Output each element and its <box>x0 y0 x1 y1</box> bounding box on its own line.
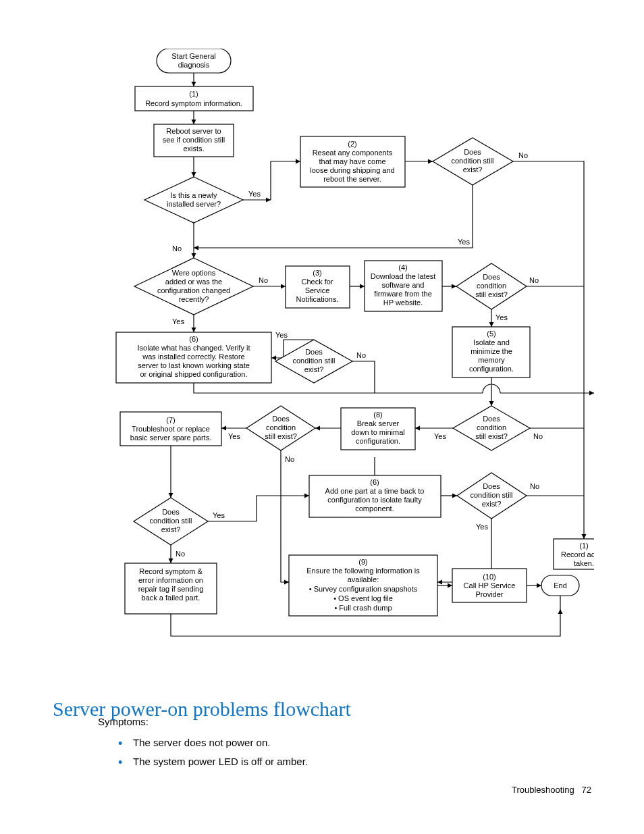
svg-text:No: No <box>518 151 528 159</box>
symptom-item: The system power LED is off or amber. <box>118 754 308 770</box>
page-footer: Troubleshooting 72 <box>512 785 591 795</box>
svg-text:• OS event log file: • OS event log file <box>333 594 393 602</box>
svg-text:No: No <box>259 276 268 284</box>
svg-text:Is this a newlyinstalled serve: Is this a newlyinstalled server? <box>167 191 221 208</box>
svg-text:• Full crash dump: • Full crash dump <box>334 604 392 612</box>
footer-section: Troubleshooting <box>512 785 574 795</box>
svg-text:Yes: Yes <box>434 432 446 440</box>
svg-text:No: No <box>530 482 539 490</box>
svg-text:No: No <box>172 244 182 253</box>
symptoms-label: Symptoms: <box>98 714 308 730</box>
footer-page: 72 <box>582 785 591 795</box>
svg-text:Yes: Yes <box>458 238 470 246</box>
svg-text:No: No <box>285 455 294 463</box>
svg-text:Yes: Yes <box>275 331 288 339</box>
svg-text:Yes: Yes <box>228 432 240 440</box>
symptom-item: The server does not power on. <box>118 735 308 751</box>
svg-text:Start Generaldiagnosis: Start Generaldiagnosis <box>171 52 215 69</box>
flowchart-diagram: Start Generaldiagnosis (1)Record symptom… <box>108 49 594 663</box>
svg-text:No: No <box>533 432 543 440</box>
svg-text:No: No <box>529 276 539 284</box>
svg-text:Record symptom &error informat: Record symptom &error information onrepa… <box>138 567 204 602</box>
svg-text:Yes: Yes <box>248 190 261 198</box>
svg-text:Yes: Yes <box>172 317 184 325</box>
svg-text:Yes: Yes <box>495 313 508 321</box>
svg-text:• Survey configuration snapsho: • Survey configuration snapshots <box>309 585 418 593</box>
svg-text:End: End <box>554 581 567 590</box>
svg-text:No: No <box>356 351 366 359</box>
svg-text:Yes: Yes <box>476 523 488 531</box>
svg-text:No: No <box>176 550 185 558</box>
body-text: Symptoms: The server does not power on. … <box>98 714 308 774</box>
svg-text:Yes: Yes <box>213 511 225 519</box>
